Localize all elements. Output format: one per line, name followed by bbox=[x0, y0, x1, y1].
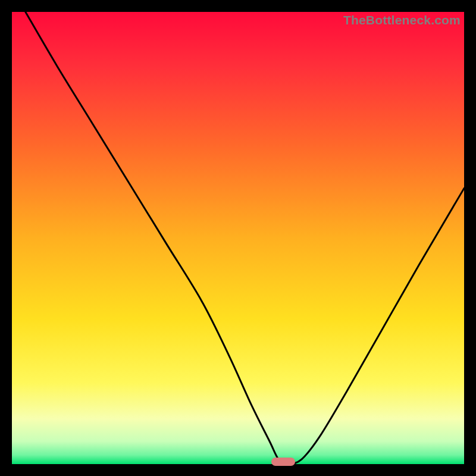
bottleneck-curve bbox=[12, 12, 464, 464]
plot-area bbox=[12, 12, 464, 464]
chart-frame: TheBottleneck.com bbox=[12, 12, 464, 464]
watermark-text: TheBottleneck.com bbox=[343, 13, 461, 27]
optimal-marker bbox=[271, 458, 295, 466]
